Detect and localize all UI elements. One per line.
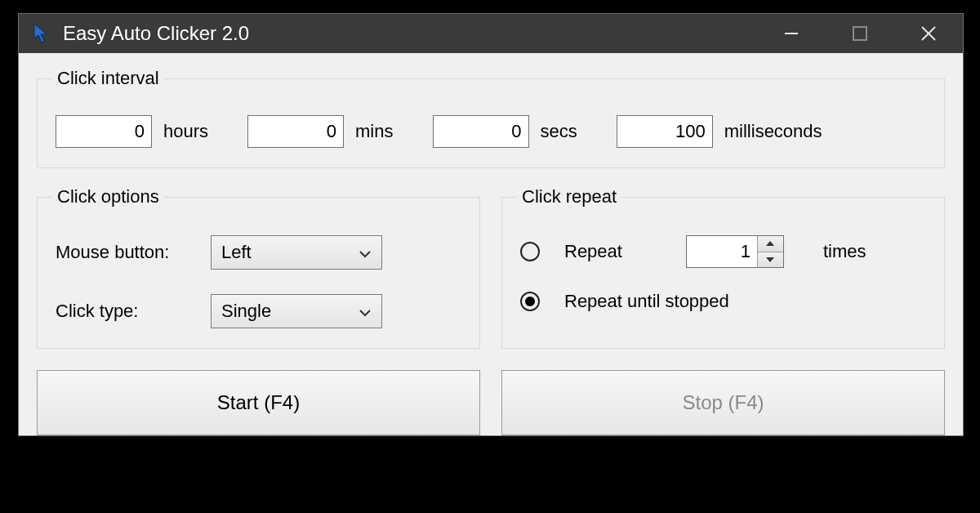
start-button[interactable]: Start (F4) [37,370,480,435]
click-interval-group: Click interval hours mins secs milliseco… [37,68,945,168]
close-button[interactable] [894,14,963,53]
titlebar[interactable]: Easy Auto Clicker 2.0 [19,14,963,53]
app-window: Easy Auto Clicker 2.0 Click interval hou… [18,13,964,436]
repeat-label: Repeat [564,241,622,262]
maximize-button[interactable] [826,14,894,53]
chevron-down-icon [359,301,372,322]
times-label: times [823,241,866,262]
repeat-count-input[interactable] [687,236,757,267]
milliseconds-label: milliseconds [724,121,822,142]
click-repeat-group: Click repeat Repeat [501,186,945,349]
click-repeat-legend: Click repeat [517,186,621,207]
spinner-down-button[interactable] [758,252,783,268]
start-button-label: Start (F4) [217,391,300,414]
mouse-button-dropdown[interactable]: Left [211,235,382,270]
svg-marker-5 [766,257,774,262]
spinner-up-button[interactable] [758,236,783,252]
chevron-down-icon [359,242,372,263]
secs-label: secs [541,121,577,142]
svg-marker-4 [766,241,774,246]
click-options-legend: Click options [52,186,164,207]
mouse-button-value: Left [221,242,252,263]
repeat-n-times-radio[interactable] [520,242,540,261]
click-type-label: Click type: [56,301,211,322]
milliseconds-input[interactable] [617,115,713,148]
hours-label: hours [163,121,208,142]
secs-input[interactable] [433,115,529,148]
stop-button-label: Stop (F4) [682,391,764,414]
hours-input[interactable] [56,115,152,148]
click-type-dropdown[interactable]: Single [211,294,382,328]
click-interval-legend: Click interval [52,68,164,89]
mins-label: mins [355,121,393,142]
click-type-value: Single [221,301,271,322]
stop-button[interactable]: Stop (F4) [501,370,945,435]
mouse-button-label: Mouse button: [56,242,211,263]
repeat-until-stopped-radio[interactable] [520,292,540,311]
svg-rect-1 [853,27,866,40]
click-options-group: Click options Mouse button: Left Click t… [37,186,480,349]
repeat-count-spinner[interactable] [686,235,784,268]
client-area: Click interval hours mins secs milliseco… [19,53,963,435]
cursor-icon [33,23,48,44]
repeat-until-stopped-label: Repeat until stopped [564,291,729,312]
minimize-button[interactable] [757,14,826,53]
window-title: Easy Auto Clicker 2.0 [63,22,249,45]
mins-input[interactable] [247,115,344,148]
